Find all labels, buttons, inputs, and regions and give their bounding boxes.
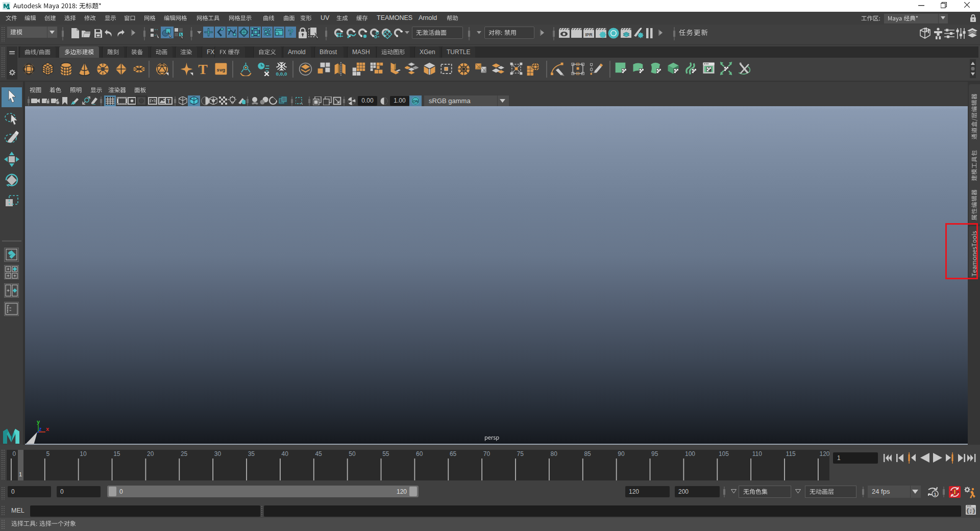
- svg-text:45: 45: [315, 450, 322, 457]
- svg-text:50: 50: [349, 450, 356, 457]
- svg-text:100: 100: [685, 450, 695, 457]
- svg-text:{;}: {;}: [966, 509, 975, 514]
- svg-text:15: 15: [113, 450, 120, 457]
- svg-text:svg: svg: [216, 66, 225, 72]
- svg-text:1: 1: [934, 492, 936, 497]
- svg-text:55: 55: [382, 450, 389, 457]
- svg-text:110: 110: [752, 450, 762, 457]
- svg-text:5: 5: [46, 450, 50, 457]
- svg-text:60: 60: [416, 450, 423, 457]
- svg-text:85: 85: [584, 450, 591, 457]
- svg-text:40: 40: [282, 450, 289, 457]
- svg-text:T: T: [167, 99, 170, 104]
- svg-text:120: 120: [820, 450, 830, 457]
- svg-text:80: 80: [551, 450, 558, 457]
- svg-text:115: 115: [786, 450, 796, 457]
- svg-text:0: 0: [13, 450, 16, 457]
- svg-text:0,0,0: 0,0,0: [276, 71, 287, 77]
- svg-text:105: 105: [719, 450, 729, 457]
- svg-text:T: T: [198, 62, 208, 77]
- svg-text:75: 75: [517, 450, 524, 457]
- svg-text:z: z: [39, 426, 42, 432]
- svg-text:95: 95: [651, 450, 658, 457]
- svg-text:ON: ON: [412, 99, 418, 104]
- svg-text:?: ?: [288, 28, 293, 37]
- svg-text:x: x: [46, 426, 50, 432]
- svg-text:y: y: [37, 419, 40, 425]
- svg-text:70: 70: [483, 450, 491, 457]
- svg-text:90: 90: [618, 450, 625, 457]
- svg-text:65: 65: [450, 450, 457, 457]
- svg-text:IPR: IPR: [585, 32, 592, 37]
- svg-text:30: 30: [214, 450, 222, 457]
- svg-text:20: 20: [147, 450, 154, 457]
- svg-text:25: 25: [181, 450, 188, 457]
- svg-text:35: 35: [248, 450, 255, 457]
- svg-text:10: 10: [80, 450, 87, 457]
